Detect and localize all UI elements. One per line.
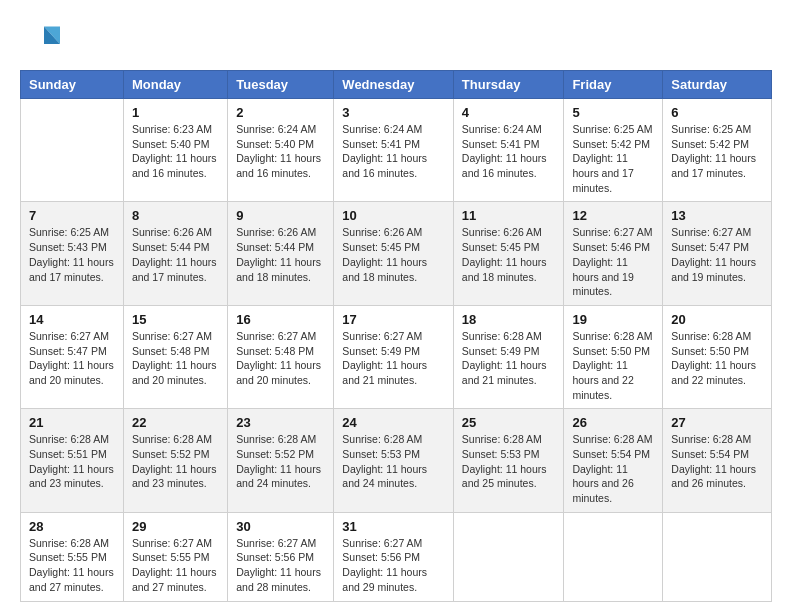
day-cell: 27Sunrise: 6:28 AMSunset: 5:54 PMDayligh…: [663, 409, 772, 512]
logo: [20, 20, 64, 60]
day-info: Sunrise: 6:27 AMSunset: 5:47 PMDaylight:…: [29, 329, 115, 388]
day-info: Sunrise: 6:28 AMSunset: 5:52 PMDaylight:…: [132, 432, 219, 491]
header-thursday: Thursday: [453, 71, 564, 99]
day-cell: [21, 99, 124, 202]
calendar-header: SundayMondayTuesdayWednesdayThursdayFrid…: [21, 71, 772, 99]
day-info: Sunrise: 6:28 AMSunset: 5:53 PMDaylight:…: [462, 432, 556, 491]
day-cell: 3Sunrise: 6:24 AMSunset: 5:41 PMDaylight…: [334, 99, 454, 202]
day-number: 10: [342, 208, 445, 223]
week-row-3: 21Sunrise: 6:28 AMSunset: 5:51 PMDayligh…: [21, 409, 772, 512]
day-number: 1: [132, 105, 219, 120]
day-info: Sunrise: 6:28 AMSunset: 5:49 PMDaylight:…: [462, 329, 556, 388]
day-cell: 4Sunrise: 6:24 AMSunset: 5:41 PMDaylight…: [453, 99, 564, 202]
calendar-table: SundayMondayTuesdayWednesdayThursdayFrid…: [20, 70, 772, 602]
week-row-2: 14Sunrise: 6:27 AMSunset: 5:47 PMDayligh…: [21, 305, 772, 408]
day-cell: 9Sunrise: 6:26 AMSunset: 5:44 PMDaylight…: [228, 202, 334, 305]
day-number: 7: [29, 208, 115, 223]
day-info: Sunrise: 6:26 AMSunset: 5:45 PMDaylight:…: [342, 225, 445, 284]
page-header: [20, 20, 772, 60]
day-cell: 26Sunrise: 6:28 AMSunset: 5:54 PMDayligh…: [564, 409, 663, 512]
day-info: Sunrise: 6:25 AMSunset: 5:43 PMDaylight:…: [29, 225, 115, 284]
day-number: 25: [462, 415, 556, 430]
day-cell: 14Sunrise: 6:27 AMSunset: 5:47 PMDayligh…: [21, 305, 124, 408]
day-cell: [663, 512, 772, 601]
day-info: Sunrise: 6:28 AMSunset: 5:52 PMDaylight:…: [236, 432, 325, 491]
day-cell: 16Sunrise: 6:27 AMSunset: 5:48 PMDayligh…: [228, 305, 334, 408]
day-number: 5: [572, 105, 654, 120]
day-info: Sunrise: 6:28 AMSunset: 5:54 PMDaylight:…: [671, 432, 763, 491]
day-number: 27: [671, 415, 763, 430]
day-number: 23: [236, 415, 325, 430]
day-info: Sunrise: 6:24 AMSunset: 5:41 PMDaylight:…: [342, 122, 445, 181]
day-info: Sunrise: 6:27 AMSunset: 5:56 PMDaylight:…: [236, 536, 325, 595]
day-cell: [453, 512, 564, 601]
day-info: Sunrise: 6:27 AMSunset: 5:55 PMDaylight:…: [132, 536, 219, 595]
day-number: 21: [29, 415, 115, 430]
day-info: Sunrise: 6:26 AMSunset: 5:44 PMDaylight:…: [236, 225, 325, 284]
day-number: 29: [132, 519, 219, 534]
day-cell: [564, 512, 663, 601]
day-cell: 25Sunrise: 6:28 AMSunset: 5:53 PMDayligh…: [453, 409, 564, 512]
day-cell: 2Sunrise: 6:24 AMSunset: 5:40 PMDaylight…: [228, 99, 334, 202]
day-info: Sunrise: 6:26 AMSunset: 5:44 PMDaylight:…: [132, 225, 219, 284]
day-number: 16: [236, 312, 325, 327]
day-cell: 8Sunrise: 6:26 AMSunset: 5:44 PMDaylight…: [123, 202, 227, 305]
day-number: 30: [236, 519, 325, 534]
day-number: 15: [132, 312, 219, 327]
day-cell: 30Sunrise: 6:27 AMSunset: 5:56 PMDayligh…: [228, 512, 334, 601]
day-number: 4: [462, 105, 556, 120]
day-info: Sunrise: 6:27 AMSunset: 5:48 PMDaylight:…: [236, 329, 325, 388]
day-cell: 13Sunrise: 6:27 AMSunset: 5:47 PMDayligh…: [663, 202, 772, 305]
day-number: 24: [342, 415, 445, 430]
day-cell: 12Sunrise: 6:27 AMSunset: 5:46 PMDayligh…: [564, 202, 663, 305]
day-number: 13: [671, 208, 763, 223]
header-monday: Monday: [123, 71, 227, 99]
header-wednesday: Wednesday: [334, 71, 454, 99]
day-number: 17: [342, 312, 445, 327]
day-number: 3: [342, 105, 445, 120]
day-number: 22: [132, 415, 219, 430]
day-cell: 10Sunrise: 6:26 AMSunset: 5:45 PMDayligh…: [334, 202, 454, 305]
day-cell: 21Sunrise: 6:28 AMSunset: 5:51 PMDayligh…: [21, 409, 124, 512]
day-number: 9: [236, 208, 325, 223]
header-row: SundayMondayTuesdayWednesdayThursdayFrid…: [21, 71, 772, 99]
week-row-4: 28Sunrise: 6:28 AMSunset: 5:55 PMDayligh…: [21, 512, 772, 601]
day-number: 31: [342, 519, 445, 534]
day-info: Sunrise: 6:28 AMSunset: 5:50 PMDaylight:…: [572, 329, 654, 402]
day-info: Sunrise: 6:28 AMSunset: 5:55 PMDaylight:…: [29, 536, 115, 595]
day-number: 20: [671, 312, 763, 327]
logo-icon: [20, 20, 60, 60]
day-number: 2: [236, 105, 325, 120]
day-cell: 22Sunrise: 6:28 AMSunset: 5:52 PMDayligh…: [123, 409, 227, 512]
day-number: 19: [572, 312, 654, 327]
calendar-body: 1Sunrise: 6:23 AMSunset: 5:40 PMDaylight…: [21, 99, 772, 602]
day-info: Sunrise: 6:24 AMSunset: 5:40 PMDaylight:…: [236, 122, 325, 181]
day-info: Sunrise: 6:28 AMSunset: 5:51 PMDaylight:…: [29, 432, 115, 491]
day-number: 14: [29, 312, 115, 327]
day-info: Sunrise: 6:27 AMSunset: 5:56 PMDaylight:…: [342, 536, 445, 595]
day-info: Sunrise: 6:25 AMSunset: 5:42 PMDaylight:…: [572, 122, 654, 195]
day-number: 11: [462, 208, 556, 223]
day-number: 18: [462, 312, 556, 327]
header-tuesday: Tuesday: [228, 71, 334, 99]
day-cell: 7Sunrise: 6:25 AMSunset: 5:43 PMDaylight…: [21, 202, 124, 305]
header-sunday: Sunday: [21, 71, 124, 99]
day-cell: 29Sunrise: 6:27 AMSunset: 5:55 PMDayligh…: [123, 512, 227, 601]
day-cell: 31Sunrise: 6:27 AMSunset: 5:56 PMDayligh…: [334, 512, 454, 601]
day-cell: 18Sunrise: 6:28 AMSunset: 5:49 PMDayligh…: [453, 305, 564, 408]
day-number: 26: [572, 415, 654, 430]
day-cell: 1Sunrise: 6:23 AMSunset: 5:40 PMDaylight…: [123, 99, 227, 202]
day-info: Sunrise: 6:28 AMSunset: 5:50 PMDaylight:…: [671, 329, 763, 388]
day-info: Sunrise: 6:27 AMSunset: 5:49 PMDaylight:…: [342, 329, 445, 388]
day-cell: 17Sunrise: 6:27 AMSunset: 5:49 PMDayligh…: [334, 305, 454, 408]
day-info: Sunrise: 6:27 AMSunset: 5:46 PMDaylight:…: [572, 225, 654, 298]
day-cell: 24Sunrise: 6:28 AMSunset: 5:53 PMDayligh…: [334, 409, 454, 512]
day-cell: 6Sunrise: 6:25 AMSunset: 5:42 PMDaylight…: [663, 99, 772, 202]
day-info: Sunrise: 6:27 AMSunset: 5:48 PMDaylight:…: [132, 329, 219, 388]
day-cell: 15Sunrise: 6:27 AMSunset: 5:48 PMDayligh…: [123, 305, 227, 408]
day-info: Sunrise: 6:27 AMSunset: 5:47 PMDaylight:…: [671, 225, 763, 284]
day-number: 8: [132, 208, 219, 223]
day-cell: 28Sunrise: 6:28 AMSunset: 5:55 PMDayligh…: [21, 512, 124, 601]
day-cell: 5Sunrise: 6:25 AMSunset: 5:42 PMDaylight…: [564, 99, 663, 202]
day-info: Sunrise: 6:24 AMSunset: 5:41 PMDaylight:…: [462, 122, 556, 181]
